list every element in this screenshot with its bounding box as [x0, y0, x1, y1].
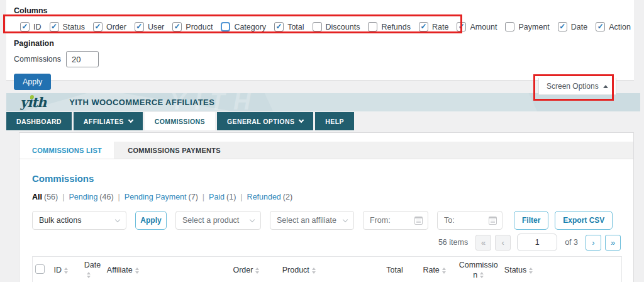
commissions-toolbar: Bulk actions Apply Select a product Sele…	[32, 211, 621, 230]
checkbox-icon[interactable]	[558, 22, 567, 31]
filter-paid[interactable]: Paid	[209, 193, 225, 201]
bulk-apply-button[interactable]: Apply	[135, 211, 167, 230]
commissions-content-panel: COMMISSIONS LIST COMMISSIONS PAYMENTS Co…	[19, 132, 634, 282]
col-affiliate[interactable]: Affiliate	[104, 257, 231, 282]
filter-refunded[interactable]: Refunded	[247, 193, 281, 201]
next-page-button[interactable]: ›	[586, 235, 601, 251]
table-pagination: 56 items « ‹ of 3 › »	[32, 234, 621, 251]
col-id[interactable]: ID	[52, 257, 82, 282]
screen-options-tab[interactable]: Screen Options	[538, 78, 616, 95]
tab-affiliates[interactable]: AFFILIATES	[74, 112, 143, 130]
prev-page-button[interactable]: ‹	[495, 235, 511, 251]
sort-icon	[442, 268, 446, 274]
tab-help[interactable]: HELP	[315, 112, 354, 130]
column-toggles-row: ID Status Order User Product Category To…	[14, 18, 626, 35]
column-toggle-rate[interactable]: Rate	[419, 22, 448, 31]
product-select[interactable]: Select a product	[175, 211, 261, 230]
chevron-down-icon	[115, 217, 120, 222]
checkbox-icon[interactable]	[368, 22, 377, 31]
select-all-checkbox[interactable]	[35, 264, 45, 274]
tab-general-options[interactable]: GENERAL OPTIONS	[217, 112, 313, 130]
export-csv-button[interactable]: Export CSV	[555, 211, 613, 230]
checkbox-icon[interactable]	[274, 22, 284, 31]
last-page-button[interactable]: »	[605, 235, 621, 251]
checkbox-icon[interactable]	[596, 22, 605, 31]
plugin-nav-tabs: DASHBOARD AFFILIATES COMMISSIONS GENERAL…	[6, 112, 354, 130]
current-page-input[interactable]	[517, 234, 557, 251]
yith-logo: yith	[20, 93, 46, 111]
items-count: 56 items	[438, 238, 468, 247]
calendar-icon	[489, 217, 497, 225]
col-rate[interactable]: Rate	[420, 257, 455, 282]
filter-pending-payment[interactable]: Pending Payment	[125, 193, 187, 201]
first-page-button[interactable]: «	[475, 235, 491, 251]
total-pages-label: of 3	[565, 238, 578, 247]
col-product[interactable]: Product	[280, 257, 384, 282]
chevron-down-icon	[299, 118, 304, 123]
header-wave-decoration	[262, 93, 543, 111]
affiliate-select[interactable]: Select an affiliate	[270, 211, 354, 230]
wordpress-admin-page: { "screen_options": { "columns_label": "…	[0, 0, 644, 282]
checkbox-icon[interactable]	[221, 22, 230, 31]
plugin-header-band: YITH yith YITH WOOCOMMERCE AFFILIATES	[6, 93, 640, 111]
column-toggle-total[interactable]: Total	[274, 22, 304, 31]
bulk-actions-select[interactable]: Bulk actions	[32, 211, 126, 230]
column-toggle-payment[interactable]: Payment	[505, 22, 549, 31]
column-toggle-category[interactable]: Category	[221, 22, 266, 31]
subtab-commissions-payments[interactable]: COMMISSIONS PAYMENTS	[115, 142, 233, 159]
checkbox-icon[interactable]	[419, 22, 428, 31]
sort-icon	[135, 268, 139, 274]
column-toggle-status[interactable]: Status	[50, 22, 85, 31]
calendar-icon	[414, 217, 423, 225]
sort-icon	[529, 268, 533, 274]
status-filter-links: All (56) | Pending (46) | Pending Paymen…	[32, 193, 621, 201]
checkbox-icon[interactable]	[505, 22, 514, 31]
sort-icon	[312, 268, 316, 274]
screen-options-apply-button[interactable]: Apply	[14, 74, 51, 90]
filter-all[interactable]: All	[32, 193, 42, 201]
sort-icon	[255, 268, 259, 274]
commissions-table: ID Date Affiliate Order Product Total Ra…	[32, 256, 622, 282]
logo-leaf-icon	[30, 95, 34, 99]
column-toggle-discounts[interactable]: Discounts	[313, 22, 360, 31]
column-toggle-action[interactable]: Action	[596, 22, 631, 31]
checkbox-icon[interactable]	[20, 22, 30, 31]
chevron-down-icon	[128, 118, 133, 123]
checkbox-icon[interactable]	[172, 22, 182, 31]
checkbox-icon[interactable]	[93, 22, 103, 31]
screen-options-panel: Columns ID Status Order User Product Cat…	[6, 0, 634, 81]
col-status[interactable]: Status	[502, 257, 622, 282]
column-toggle-refunds[interactable]: Refunds	[368, 22, 411, 31]
column-toggle-id[interactable]: ID	[20, 22, 42, 31]
col-order[interactable]: Order	[230, 257, 279, 282]
column-toggle-date[interactable]: Date	[558, 22, 587, 31]
chevron-down-icon	[343, 217, 348, 222]
column-toggle-product[interactable]: Product	[172, 22, 213, 31]
checkbox-icon[interactable]	[457, 22, 466, 31]
filter-pending[interactable]: Pending	[69, 193, 97, 201]
col-date[interactable]: Date	[82, 257, 104, 282]
pagination-section-label: Pagination	[14, 39, 626, 48]
tab-commissions[interactable]: COMMISSIONS	[145, 112, 215, 130]
column-toggle-order[interactable]: Order	[93, 22, 126, 31]
filter-button[interactable]: Filter	[514, 211, 548, 230]
columns-section-label: Columns	[14, 6, 626, 15]
column-toggle-amount[interactable]: Amount	[457, 22, 497, 31]
col-commission[interactable]: Commission	[455, 257, 502, 282]
table-header-row: ID Date Affiliate Order Product Total Ra…	[33, 257, 622, 282]
checkbox-icon[interactable]	[313, 22, 322, 31]
page-title: Commissions	[32, 173, 621, 184]
column-toggle-user[interactable]: User	[135, 22, 164, 31]
per-page-label: Commissions	[14, 55, 61, 64]
subtab-bar: COMMISSIONS LIST COMMISSIONS PAYMENTS	[19, 142, 633, 159]
date-from-field	[363, 211, 428, 230]
date-to-field	[437, 211, 502, 230]
checkbox-icon[interactable]	[50, 22, 59, 31]
sort-icon	[87, 272, 91, 278]
collapse-arrow-icon	[603, 85, 608, 88]
chevron-down-icon	[250, 217, 255, 222]
tab-dashboard[interactable]: DASHBOARD	[6, 112, 72, 130]
checkbox-icon[interactable]	[135, 22, 144, 31]
subtab-commissions-list[interactable]: COMMISSIONS LIST	[19, 142, 115, 159]
per-page-input[interactable]	[66, 51, 99, 67]
